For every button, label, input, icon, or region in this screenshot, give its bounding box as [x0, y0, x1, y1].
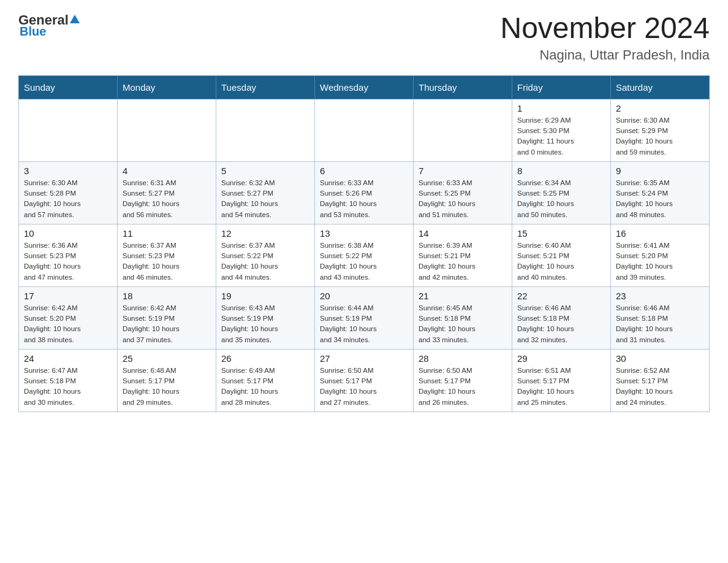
- calendar-week-row: 24Sunrise: 6:47 AM Sunset: 5:18 PM Dayli…: [19, 349, 710, 412]
- day-info: Sunrise: 6:30 AM Sunset: 5:28 PM Dayligh…: [24, 178, 112, 220]
- day-info: Sunrise: 6:45 AM Sunset: 5:18 PM Dayligh…: [419, 303, 507, 345]
- day-info: Sunrise: 6:46 AM Sunset: 5:18 PM Dayligh…: [517, 303, 605, 345]
- calendar-cell: 4Sunrise: 6:31 AM Sunset: 5:27 PM Daylig…: [118, 161, 216, 224]
- day-number: 26: [221, 353, 309, 364]
- calendar-cell: [216, 99, 315, 161]
- day-info: Sunrise: 6:35 AM Sunset: 5:24 PM Dayligh…: [616, 178, 704, 220]
- calendar-cell: 24Sunrise: 6:47 AM Sunset: 5:18 PM Dayli…: [19, 349, 118, 412]
- day-number: 1: [517, 103, 605, 113]
- day-number: 2: [616, 103, 704, 113]
- calendar-header-wednesday: Wednesday: [315, 75, 414, 99]
- calendar-cell: 15Sunrise: 6:40 AM Sunset: 5:21 PM Dayli…: [512, 224, 611, 286]
- day-number: 17: [24, 291, 112, 301]
- calendar-cell: [414, 99, 512, 161]
- calendar-cell: 16Sunrise: 6:41 AM Sunset: 5:20 PM Dayli…: [611, 224, 710, 286]
- day-number: 29: [517, 353, 605, 364]
- calendar-cell: 9Sunrise: 6:35 AM Sunset: 5:24 PM Daylig…: [611, 161, 710, 224]
- day-info: Sunrise: 6:49 AM Sunset: 5:17 PM Dayligh…: [221, 366, 309, 408]
- calendar-header-friday: Friday: [512, 75, 611, 99]
- calendar-cell: 6Sunrise: 6:33 AM Sunset: 5:26 PM Daylig…: [315, 161, 414, 224]
- day-number: 21: [419, 291, 507, 301]
- day-number: 14: [419, 228, 507, 239]
- calendar-subtitle: Nagina, Uttar Pradesh, India: [500, 47, 710, 63]
- calendar-cell: 10Sunrise: 6:36 AM Sunset: 5:23 PM Dayli…: [19, 224, 118, 286]
- day-number: 6: [320, 166, 408, 176]
- day-info: Sunrise: 6:34 AM Sunset: 5:25 PM Dayligh…: [517, 178, 605, 220]
- day-number: 9: [616, 166, 704, 176]
- calendar-cell: 12Sunrise: 6:37 AM Sunset: 5:22 PM Dayli…: [216, 224, 315, 286]
- calendar-cell: 13Sunrise: 6:38 AM Sunset: 5:22 PM Dayli…: [315, 224, 414, 286]
- calendar-cell: 2Sunrise: 6:30 AM Sunset: 5:29 PM Daylig…: [611, 99, 710, 161]
- calendar-cell: 26Sunrise: 6:49 AM Sunset: 5:17 PM Dayli…: [216, 349, 315, 412]
- calendar-cell: [19, 99, 118, 161]
- calendar-cell: 3Sunrise: 6:30 AM Sunset: 5:28 PM Daylig…: [19, 161, 118, 224]
- day-number: 24: [24, 353, 112, 364]
- day-info: Sunrise: 6:51 AM Sunset: 5:17 PM Dayligh…: [517, 366, 605, 408]
- day-info: Sunrise: 6:42 AM Sunset: 5:19 PM Dayligh…: [123, 303, 211, 345]
- calendar-cell: 23Sunrise: 6:46 AM Sunset: 5:18 PM Dayli…: [611, 286, 710, 349]
- calendar-header-tuesday: Tuesday: [216, 75, 315, 99]
- day-number: 25: [123, 353, 211, 364]
- calendar-cell: 27Sunrise: 6:50 AM Sunset: 5:17 PM Dayli…: [315, 349, 414, 412]
- calendar-title: November 2024: [500, 12, 710, 45]
- day-number: 7: [419, 166, 507, 176]
- day-info: Sunrise: 6:48 AM Sunset: 5:17 PM Dayligh…: [123, 366, 211, 408]
- day-number: 23: [616, 291, 704, 301]
- calendar-week-row: 3Sunrise: 6:30 AM Sunset: 5:28 PM Daylig…: [19, 161, 710, 224]
- calendar-cell: [315, 99, 414, 161]
- calendar-cell: 5Sunrise: 6:32 AM Sunset: 5:27 PM Daylig…: [216, 161, 315, 224]
- day-number: 22: [517, 291, 605, 301]
- calendar-header-row: SundayMondayTuesdayWednesdayThursdayFrid…: [19, 75, 710, 99]
- day-info: Sunrise: 6:29 AM Sunset: 5:30 PM Dayligh…: [517, 115, 605, 158]
- logo-triangle-icon: [69, 12, 80, 28]
- day-number: 5: [221, 166, 309, 176]
- day-info: Sunrise: 6:32 AM Sunset: 5:27 PM Dayligh…: [221, 178, 309, 220]
- calendar-week-row: 10Sunrise: 6:36 AM Sunset: 5:23 PM Dayli…: [19, 224, 710, 286]
- day-info: Sunrise: 6:41 AM Sunset: 5:20 PM Dayligh…: [616, 240, 704, 283]
- day-info: Sunrise: 6:47 AM Sunset: 5:18 PM Dayligh…: [24, 366, 112, 408]
- day-info: Sunrise: 6:50 AM Sunset: 5:17 PM Dayligh…: [419, 366, 507, 408]
- calendar-cell: 1Sunrise: 6:29 AM Sunset: 5:30 PM Daylig…: [512, 99, 611, 161]
- day-info: Sunrise: 6:33 AM Sunset: 5:25 PM Dayligh…: [419, 178, 507, 220]
- day-number: 8: [517, 166, 605, 176]
- day-info: Sunrise: 6:44 AM Sunset: 5:19 PM Dayligh…: [320, 303, 408, 345]
- day-info: Sunrise: 6:43 AM Sunset: 5:19 PM Dayligh…: [221, 303, 309, 345]
- day-number: 18: [123, 291, 211, 301]
- day-info: Sunrise: 6:31 AM Sunset: 5:27 PM Dayligh…: [123, 178, 211, 220]
- calendar-cell: 19Sunrise: 6:43 AM Sunset: 5:19 PM Dayli…: [216, 286, 315, 349]
- calendar-cell: 29Sunrise: 6:51 AM Sunset: 5:17 PM Dayli…: [512, 349, 611, 412]
- day-info: Sunrise: 6:38 AM Sunset: 5:22 PM Dayligh…: [320, 240, 408, 283]
- calendar-cell: 28Sunrise: 6:50 AM Sunset: 5:17 PM Dayli…: [414, 349, 512, 412]
- day-info: Sunrise: 6:52 AM Sunset: 5:17 PM Dayligh…: [616, 366, 704, 408]
- day-number: 15: [517, 228, 605, 239]
- day-info: Sunrise: 6:50 AM Sunset: 5:17 PM Dayligh…: [320, 366, 408, 408]
- day-info: Sunrise: 6:42 AM Sunset: 5:20 PM Dayligh…: [24, 303, 112, 345]
- day-number: 4: [123, 166, 211, 176]
- calendar-cell: 8Sunrise: 6:34 AM Sunset: 5:25 PM Daylig…: [512, 161, 611, 224]
- day-info: Sunrise: 6:36 AM Sunset: 5:23 PM Dayligh…: [24, 240, 112, 283]
- svg-marker-0: [70, 15, 80, 23]
- calendar-cell: 25Sunrise: 6:48 AM Sunset: 5:17 PM Dayli…: [118, 349, 216, 412]
- day-number: 10: [24, 228, 112, 239]
- calendar-cell: 30Sunrise: 6:52 AM Sunset: 5:17 PM Dayli…: [611, 349, 710, 412]
- calendar-week-row: 1Sunrise: 6:29 AM Sunset: 5:30 PM Daylig…: [19, 99, 710, 161]
- calendar-cell: 21Sunrise: 6:45 AM Sunset: 5:18 PM Dayli…: [414, 286, 512, 349]
- calendar-cell: 17Sunrise: 6:42 AM Sunset: 5:20 PM Dayli…: [19, 286, 118, 349]
- day-info: Sunrise: 6:33 AM Sunset: 5:26 PM Dayligh…: [320, 178, 408, 220]
- calendar-cell: 22Sunrise: 6:46 AM Sunset: 5:18 PM Dayli…: [512, 286, 611, 349]
- calendar-header-sunday: Sunday: [19, 75, 118, 99]
- day-number: 3: [24, 166, 112, 176]
- day-number: 16: [616, 228, 704, 239]
- day-info: Sunrise: 6:37 AM Sunset: 5:22 PM Dayligh…: [221, 240, 309, 283]
- logo: General Blue: [18, 12, 81, 39]
- day-number: 27: [320, 353, 408, 364]
- day-number: 12: [221, 228, 309, 239]
- calendar-header-thursday: Thursday: [414, 75, 512, 99]
- calendar-cell: 20Sunrise: 6:44 AM Sunset: 5:19 PM Dayli…: [315, 286, 414, 349]
- day-number: 20: [320, 291, 408, 301]
- day-number: 28: [419, 353, 507, 364]
- calendar-cell: 7Sunrise: 6:33 AM Sunset: 5:25 PM Daylig…: [414, 161, 512, 224]
- calendar-cell: 11Sunrise: 6:37 AM Sunset: 5:23 PM Dayli…: [118, 224, 216, 286]
- day-info: Sunrise: 6:46 AM Sunset: 5:18 PM Dayligh…: [616, 303, 704, 345]
- title-area: November 2024 Nagina, Uttar Pradesh, Ind…: [500, 12, 710, 63]
